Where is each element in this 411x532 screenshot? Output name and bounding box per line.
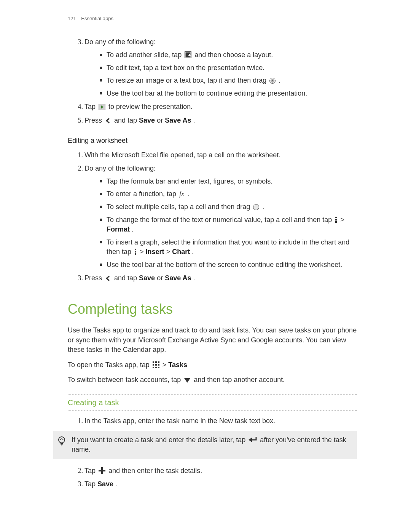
save-as-label: Save As [165, 117, 191, 124]
create-step-2: 2 Tap and then enter the task details. [76, 466, 357, 476]
add-slide-item: To add another slide, tap and then choos… [100, 50, 357, 60]
step-4: 4 Tap to preview the presentation. [76, 102, 357, 112]
create-step-3: 3 Tap Save . [76, 479, 357, 489]
function-item: To enter a function, tap fx . [100, 189, 357, 199]
select-cells-item: To select multiple cells, tap a cell and… [100, 202, 357, 212]
svg-point-24 [59, 437, 65, 443]
section-name: Essential apps [81, 16, 113, 21]
add-slide-icon [185, 51, 191, 58]
create-task-steps-b: 2 Tap and then enter the task details. 3… [68, 466, 357, 489]
svg-rect-17 [153, 364, 154, 366]
svg-rect-3 [189, 54, 190, 56]
svg-rect-16 [158, 361, 159, 363]
step-number: 2 [75, 466, 83, 476]
create-step-1: 1 In the Tasks app, enter the task name … [76, 416, 357, 426]
svg-rect-14 [153, 361, 154, 363]
svg-point-7 [253, 204, 259, 210]
tasks-label: Tasks [168, 361, 187, 369]
svg-rect-30 [99, 470, 105, 471]
create-task-steps-a: 1 In the Tasks app, enter the task name … [68, 416, 357, 426]
app-grid-icon [153, 361, 159, 368]
svg-rect-27 [61, 446, 62, 446]
svg-rect-9 [335, 219, 337, 220]
format-label: Format [107, 225, 130, 233]
svg-rect-12 [135, 251, 136, 252]
tasks-intro: Use the Tasks app to organize and track … [68, 326, 357, 355]
worksheet-steps: 1 With the Microsoft Excel file opened, … [68, 150, 357, 283]
plus-icon [99, 467, 105, 474]
step-number: 1 [75, 416, 83, 426]
format-item: To change the format of the text or nume… [100, 215, 357, 235]
step-number: 3 [75, 479, 83, 489]
fx-icon: fx [179, 189, 184, 199]
lightbulb-icon [57, 436, 66, 450]
page-number: 121 [68, 16, 76, 21]
svg-rect-13 [135, 253, 136, 255]
step-3: 3 Do any of the following: To add anothe… [76, 37, 357, 98]
svg-rect-25 [61, 443, 63, 444]
ws-toolbar-item: Use the tool bar at the bottom of the sc… [100, 260, 357, 270]
svg-rect-18 [155, 364, 157, 366]
svg-rect-21 [155, 367, 157, 368]
tool-bar-item: Use the tool bar at the bottom to contin… [100, 89, 357, 99]
svg-rect-15 [155, 361, 157, 363]
completing-tasks-heading: Completing tasks [68, 299, 357, 319]
drag-handle-icon [253, 204, 259, 210]
save-label: Save [139, 274, 155, 282]
svg-rect-11 [135, 249, 136, 250]
svg-rect-20 [153, 367, 154, 368]
play-icon [99, 104, 105, 110]
resize-item: To resize an image or a text box, tap it… [100, 76, 357, 86]
step-number: 2 [75, 164, 83, 174]
step-number: 4 [75, 102, 83, 112]
edit-text-item: To edit text, tap a text box on the pres… [100, 63, 357, 73]
switch-accounts-line: To switch between task accounts, tap and… [68, 375, 357, 385]
manual-page: 121 Essential apps 3 Do any of the follo… [0, 0, 411, 523]
ws-step-2-sublist: Tap the formula bar and enter text, figu… [84, 177, 357, 270]
presentation-steps: 3 Do any of the following: To add anothe… [68, 37, 357, 125]
formula-bar-item: Tap the formula bar and enter text, figu… [100, 177, 357, 187]
ws-step-3: 3 Press and tap Save or Save As . [76, 273, 357, 283]
step-number: 3 [75, 37, 83, 47]
back-icon [105, 275, 111, 281]
editing-worksheet-heading: Editing a worksheet [68, 136, 357, 146]
step-3-sublist: To add another slide, tap and then choos… [84, 50, 357, 98]
overflow-menu-icon [134, 248, 137, 255]
step-number: 1 [75, 150, 83, 160]
dropdown-triangle-icon [184, 378, 191, 383]
insert-label: Insert [146, 248, 164, 256]
step-intro: Do any of the following: [84, 38, 156, 46]
step-number: 5 [75, 116, 83, 126]
resize-handle-icon [269, 78, 276, 84]
page-header: 121 Essential apps [68, 15, 357, 22]
step-5: 5 Press and tap Save or Save As . [76, 116, 357, 126]
chart-label: Chart [172, 248, 190, 256]
insert-chart-item: To insert a graph, select the informatio… [100, 238, 357, 257]
ws-step-1: 1 With the Microsoft Excel file opened, … [76, 150, 357, 160]
svg-rect-10 [335, 221, 337, 223]
save-as-label: Save As [165, 274, 191, 282]
step-number: 3 [75, 273, 83, 283]
svg-marker-23 [184, 378, 190, 383]
svg-rect-26 [61, 444, 63, 445]
tip-box: If you want to create a task and enter t… [53, 431, 357, 459]
tip-text: If you want to create a task and enter t… [72, 435, 351, 455]
creating-task-heading: Creating a task [68, 394, 357, 411]
back-icon [105, 118, 111, 124]
svg-marker-28 [249, 438, 252, 442]
svg-rect-8 [335, 217, 337, 218]
save-label: Save [97, 480, 113, 488]
return-icon [249, 436, 257, 443]
overflow-menu-icon [335, 216, 337, 223]
ws-step-2: 2 Do any of the following: Tap the formu… [76, 164, 357, 270]
svg-rect-22 [158, 367, 159, 368]
svg-rect-19 [158, 364, 159, 366]
open-tasks-line: To open the Tasks app, tap > Tasks [68, 360, 357, 370]
save-label: Save [139, 117, 155, 124]
